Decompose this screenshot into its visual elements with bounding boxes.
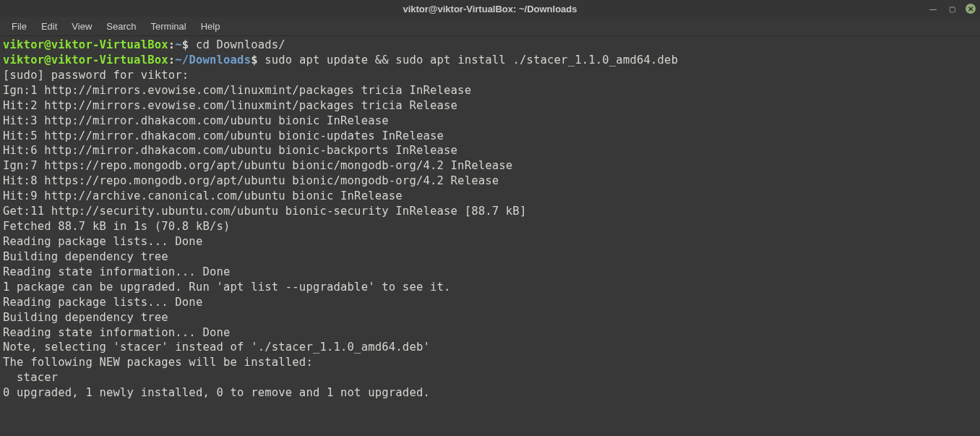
output-line: 1 package can be upgraded. Run 'apt list… [3, 280, 977, 295]
menu-edit[interactable]: Edit [34, 19, 64, 34]
output-line: Fetched 88.7 kB in 1s (70.8 kB/s) [3, 219, 977, 234]
prompt-command: cd Downloads/ [196, 38, 285, 51]
output-line: Reading package lists... Done [3, 295, 977, 310]
output-line: The following NEW packages will be insta… [3, 355, 977, 370]
window-title: viktor@viktor-VirtualBox: ~/Downloads [403, 4, 577, 14]
output-line: Hit:5 http://mirror.dhakacom.com/ubuntu … [3, 129, 977, 144]
output-line: Hit:2 http://mirrors.evowise.com/linuxmi… [3, 98, 977, 114]
minimize-icon[interactable]: — [928, 4, 938, 14]
menu-file[interactable]: File [4, 19, 34, 34]
output-line: [sudo] password for viktor: [3, 68, 977, 83]
prompt-user: viktor@viktor-VirtualBox [3, 38, 168, 51]
output-line: Hit:3 http://mirror.dhakacom.com/ubuntu … [3, 114, 977, 129]
menu-search[interactable]: Search [99, 19, 143, 34]
prompt-path: ~/Downloads [175, 54, 251, 67]
output-line: Get:11 http://security.ubuntu.com/ubuntu… [3, 204, 977, 219]
output-line: Hit:9 http://archive.canonical.com/ubunt… [3, 189, 977, 204]
prompt-line-2: viktor@viktor-VirtualBox:~/Downloads$ su… [3, 53, 977, 68]
output-line: Reading package lists... Done [3, 234, 977, 249]
menu-help[interactable]: Help [194, 19, 228, 34]
prompt-dollar: $ [251, 54, 265, 67]
close-icon[interactable]: ✕ [966, 4, 976, 14]
output-line: 0 upgraded, 1 newly installed, 0 to remo… [3, 385, 977, 401]
prompt-command: sudo apt update && sudo apt install ./st… [265, 54, 678, 67]
output-line: Building dependency tree [3, 310, 977, 325]
prompt-sep: : [168, 54, 176, 67]
menu-view[interactable]: View [64, 19, 99, 34]
window-titlebar: viktor@viktor-VirtualBox: ~/Downloads — … [0, 0, 980, 17]
output-line: Reading state information... Done [3, 265, 977, 280]
maximize-icon[interactable]: ▢ [947, 4, 957, 14]
output-line: Hit:6 http://mirror.dhakacom.com/ubuntu … [3, 143, 977, 158]
prompt-path: ~ [175, 38, 182, 51]
output-line: Reading state information... Done [3, 325, 977, 341]
menubar: File Edit View Search Terminal Help [0, 17, 980, 36]
menu-terminal[interactable]: Terminal [144, 19, 194, 34]
prompt-sep: : [168, 38, 176, 51]
output-line: Building dependency tree [3, 249, 977, 265]
prompt-user: viktor@viktor-VirtualBox [3, 54, 168, 67]
terminal-output[interactable]: viktor@viktor-VirtualBox:~$ cd Downloads… [0, 36, 980, 402]
prompt-line-1: viktor@viktor-VirtualBox:~$ cd Downloads… [3, 38, 977, 53]
output-line: stacer [3, 370, 977, 385]
output-line: Ign:1 http://mirrors.evowise.com/linuxmi… [3, 83, 977, 98]
output-line: Note, selecting 'stacer' instead of './s… [3, 340, 977, 355]
window-controls: — ▢ ✕ [928, 4, 976, 14]
prompt-dollar: $ [182, 38, 196, 51]
output-line: Hit:8 https://repo.mongodb.org/apt/ubunt… [3, 174, 977, 189]
output-line: Ign:7 https://repo.mongodb.org/apt/ubunt… [3, 158, 977, 174]
